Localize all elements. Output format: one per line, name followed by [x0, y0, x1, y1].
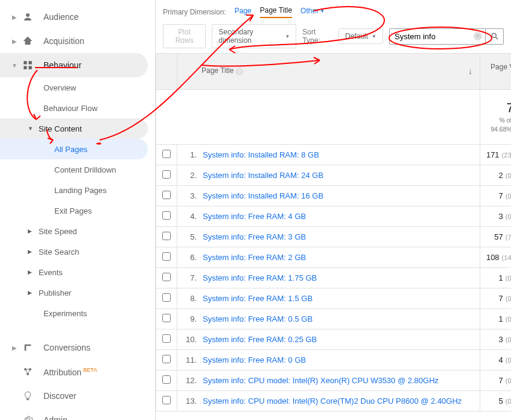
row-index: 12. [183, 376, 197, 385]
row-title-link[interactable]: System info: Free RAM: 1.5 GB [203, 294, 313, 303]
nav-behaviour[interactable]: ▼ Behaviour [0, 53, 148, 77]
col-page-views[interactable]: Page Views? [480, 54, 511, 89]
clear-search-icon[interactable]: ✕ [474, 32, 482, 40]
nav-publisher[interactable]: ▶Publisher [0, 282, 155, 303]
conversions-icon [21, 340, 35, 355]
nav-site-search[interactable]: ▶Site Search [0, 241, 155, 262]
nav-behaviour-label: Behaviour [43, 60, 81, 70]
row-checkbox[interactable] [162, 293, 171, 302]
chevron-right-icon: ▶ [28, 290, 35, 296]
chevron-down-icon: ▼ [372, 34, 376, 39]
search-input[interactable] [389, 28, 486, 45]
chevron-right-icon: ▶ [28, 249, 35, 255]
row-title-link[interactable]: System info: CPU model: Intel(R) Xeon(R)… [203, 376, 439, 385]
table-row: 1.System info: Installed RAM: 8 GB171(23… [156, 144, 512, 165]
nav-site-speed[interactable]: ▶Site Speed [0, 221, 155, 241]
nav-audience[interactable]: ▶ Audience [0, 5, 155, 29]
row-checkbox[interactable] [162, 334, 171, 343]
search-button[interactable] [486, 28, 504, 45]
search-icon [490, 32, 499, 40]
table-row: 8.System info: Free RAM: 1.5 GB7(0.96%)1… [156, 288, 512, 308]
help-icon[interactable]: ? [235, 68, 243, 75]
row-title-link[interactable]: System info: Free RAM: 2 GB [203, 253, 306, 262]
row-index: 6. [183, 253, 197, 262]
row-title-link[interactable]: System info: Free RAM: 1.75 GB [203, 273, 317, 282]
summary-page-views: 730 % of Total:94.68% (771) [480, 89, 511, 144]
secondary-dimension-select[interactable]: Secondary dimension▼ [212, 24, 296, 48]
row-checkbox[interactable] [162, 150, 171, 158]
row-index: 13. [183, 396, 197, 406]
row-index: 8. [183, 294, 197, 303]
nav-admin[interactable]: Admin [0, 408, 155, 420]
chevron-right-icon: ▶ [10, 14, 19, 21]
row-page-views: 171(23.42%) [480, 144, 511, 165]
row-checkbox[interactable] [162, 191, 171, 199]
plot-rows-button[interactable]: Plot Rows [163, 24, 206, 48]
svg-line-9 [495, 37, 498, 40]
row-title-link[interactable]: System info: Installed RAM: 8 GB [203, 150, 319, 159]
nav-conversions-label: Conversions [43, 343, 90, 352]
nav-conversions[interactable]: ▶ Conversions [0, 336, 155, 360]
acquisition-icon [21, 34, 35, 48]
nav-discover[interactable]: Discover [0, 384, 155, 408]
row-index: 7. [183, 273, 197, 282]
nav-discover-label: Discover [43, 391, 76, 401]
row-page-views: 7(0.96%) [480, 288, 511, 308]
nav-behaviour-flow[interactable]: Behaviour Flow [0, 98, 155, 118]
behaviour-icon [21, 58, 35, 72]
sidebar: ▶ Audience ▶ Acquisition ▼ Behaviour Ove… [0, 0, 156, 420]
row-title-link[interactable]: System info: Free RAM: 0.5 GB [203, 314, 313, 323]
audience-icon [21, 10, 35, 24]
nav-attribution[interactable]: AttributionBETA [0, 360, 155, 384]
svg-point-0 [26, 13, 30, 17]
nav-experiments[interactable]: Experiments [0, 303, 155, 323]
row-title-link[interactable]: System info: Free RAM: 3 GB [203, 232, 306, 241]
nav-acquisition[interactable]: ▶ Acquisition [0, 29, 155, 53]
row-title-link[interactable]: System info: Installed RAM: 24 GB [203, 171, 323, 180]
nav-admin-label: Admin [43, 415, 68, 420]
row-page-views: 108(14.79%) [480, 247, 511, 267]
table-row: 13.System info: CPU model: Intel(R) Core… [156, 390, 512, 411]
table-row: 10.System info: Free RAM: 0.25 GB3(0.41%… [156, 329, 512, 349]
row-title-link[interactable]: System info: Installed RAM: 16 GB [203, 191, 323, 200]
col-page-title[interactable]: Page Title? ↓ [177, 54, 480, 89]
table-row: 11.System info: Free RAM: 0 GB4(0.55%)3(… [156, 349, 512, 370]
chevron-right-icon: ▶ [28, 228, 35, 234]
data-table-wrap[interactable]: Page Title? ↓ Page Views? Unique Page Vi… [156, 54, 511, 420]
nav-site-content[interactable]: ▼ Site Content [0, 118, 148, 139]
row-checkbox[interactable] [162, 375, 171, 384]
row-checkbox[interactable] [162, 396, 171, 404]
table-row: 9.System info: Free RAM: 0.5 GB1(0.14%)1… [156, 308, 512, 329]
data-table: Page Title? ↓ Page Views? Unique Page Vi… [156, 54, 511, 412]
row-title-link[interactable]: System info: CPU model: Intel(R) Core(TM… [203, 396, 462, 406]
chevron-down-icon: ▼ [28, 126, 35, 132]
row-title-link[interactable]: System info: Free RAM: 0.25 GB [203, 335, 317, 344]
row-checkbox[interactable] [162, 170, 171, 179]
nav-acquisition-label: Acquisition [43, 36, 84, 46]
nav-landing-pages[interactable]: Landing Pages [0, 180, 155, 200]
row-checkbox[interactable] [162, 355, 171, 363]
row-checkbox[interactable] [162, 232, 171, 240]
topbar: Primary Dimension: Page Page Title Other… [156, 0, 511, 54]
sort-type-label: Sort Type: [302, 28, 332, 45]
nav-overview[interactable]: Overview [0, 77, 155, 98]
row-page-views: 7(0.96%) [480, 370, 511, 390]
nav-exit-pages[interactable]: Exit Pages [0, 200, 155, 221]
dimension-page[interactable]: Page [235, 7, 252, 18]
nav-events[interactable]: ▶Events [0, 262, 155, 282]
nav-content-drilldown[interactable]: Content Drilldown [0, 159, 155, 180]
row-checkbox[interactable] [162, 273, 171, 281]
sort-desc-icon: ↓ [468, 66, 472, 76]
dimension-page-title[interactable]: Page Title [260, 6, 292, 18]
row-title-link[interactable]: System info: Free RAM: 4 GB [203, 212, 306, 221]
row-checkbox[interactable] [162, 252, 171, 261]
dimension-other[interactable]: Other▼ [300, 7, 325, 18]
row-checkbox[interactable] [162, 211, 171, 220]
row-checkbox[interactable] [162, 314, 171, 322]
nav-audience-label: Audience [43, 12, 78, 22]
nav-all-pages[interactable]: All Pages [0, 139, 148, 159]
svg-rect-2 [29, 61, 32, 64]
row-title-link[interactable]: System info: Free RAM: 0 GB [203, 355, 306, 364]
row-page-views: 5(0.68%) [480, 390, 511, 411]
sort-type-select[interactable]: Default▼ [338, 28, 383, 44]
